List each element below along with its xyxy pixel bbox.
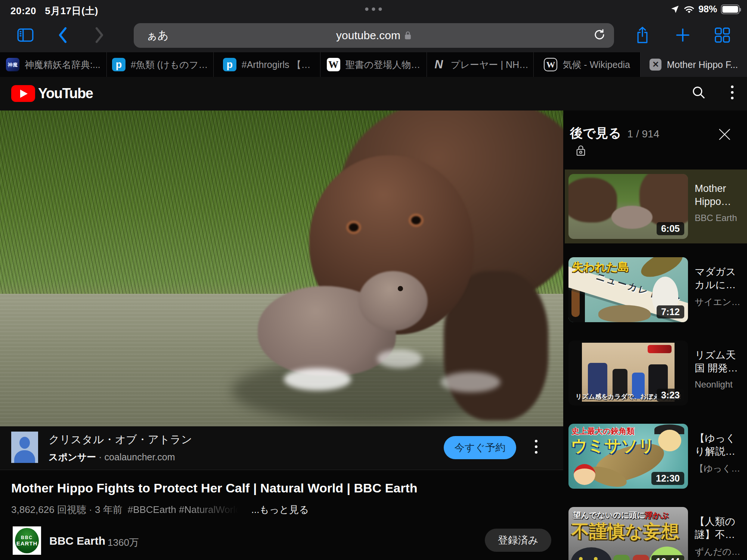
water-splash — [284, 368, 351, 391]
url-text[interactable]: youtube.com — [336, 29, 400, 42]
location-icon — [670, 4, 680, 14]
cat-figure — [571, 547, 612, 560]
tab-title: 気候 - Wikipedia — [562, 59, 630, 71]
duration-badge: 10:44 — [651, 555, 684, 560]
baby-hippo-head — [359, 271, 428, 331]
tab-title: 聖書の登場人物… — [345, 59, 421, 71]
header-menu-icon[interactable] — [731, 85, 734, 99]
hashtags[interactable]: #BBCEarth #NaturalWorld — [128, 504, 241, 516]
thumbnail-title-text: 不謹慎な妄想 — [571, 520, 679, 543]
video-player[interactable] — [0, 111, 563, 426]
url-bar[interactable]: ぁあ youtube.com — [134, 23, 614, 48]
tab-pixiv-arthrogirls[interactable]: p #Arthrogirls 【… — [214, 52, 320, 77]
close-panel-icon[interactable] — [718, 128, 731, 143]
video-thumbnail: 6:05 — [568, 174, 688, 239]
duration-badge: 3:23 — [657, 389, 684, 402]
reload-button[interactable] — [593, 28, 606, 43]
tab-strip: 神魔 神魔精妖名辞典:... p #魚類 (けものフ… p #Arthrogir… — [0, 52, 747, 77]
watch-later-item-mousou[interactable]: 望んでないのに頭に浮かぶ 不謹慎な妄想 10:44 【人類の謎】不… ずんだの… — [565, 503, 747, 560]
water-splash — [377, 349, 422, 368]
thumbnail-logo-badge — [648, 345, 672, 353]
lock-icon — [404, 31, 412, 40]
divider — [0, 470, 563, 470]
view-count-and-age: 3,862,626 回視聴 · 3 年前 — [11, 503, 123, 516]
item-title: 【ゆっくり解説… — [695, 432, 743, 458]
video-title: Mother Hippo Fights to Protect Her Calf … — [11, 481, 557, 495]
sponsor-name: クリスタル・オブ・アトラン — [49, 432, 192, 447]
subscriber-count: 1360万 — [108, 536, 139, 549]
channel-avatar[interactable]: BBC EARTH — [13, 526, 41, 555]
video-stats-row: 3,862,626 回視聴 · 3 年前 #BBCEarth #NaturalW… — [11, 503, 309, 516]
video-thumbnail: リズム感をカラダで、おぼえる特訓! 3:23 — [568, 340, 688, 405]
date: 5月17日(土) — [45, 5, 98, 16]
channel-name[interactable]: BBC Earth — [49, 535, 105, 547]
clock: 20:20 — [10, 5, 36, 16]
tab-wikipedia-bible[interactable]: W 聖書の登場人物… — [320, 52, 427, 77]
tab-mother-hippo-active[interactable]: ✕ Mother Hippo F... — [641, 52, 747, 77]
watch-later-item-mother-hippo[interactable]: 6:05 Mother Hippo… BBC Earth — [565, 169, 747, 243]
item-title: 【人類の謎】不… — [695, 515, 743, 541]
tab-pixiv-fish[interactable]: p #魚類 (けものフ… — [107, 52, 214, 77]
watch-later-item-lost-island[interactable]: ニューカレドニア 失われた島 7:12 マダガスカルに… サイエン… — [565, 253, 747, 327]
watch-later-item-sea-scorpion[interactable]: 史上最大の鋏角類 ウミサソリ 12:30 【ゆっくり解説… 【ゆっく… — [565, 419, 747, 493]
sponsor-domain: coalauncher.com — [105, 452, 175, 462]
item-channel: Neonlight — [695, 379, 743, 390]
youtube-header: YouTube — [0, 77, 747, 111]
back-button[interactable] — [52, 23, 73, 47]
duration-badge: 12:30 — [651, 472, 684, 485]
jinma-favicon: 神魔 — [6, 58, 19, 71]
status-bar: 20:20 5月17日(土) 98% — [0, 0, 747, 19]
safari-toolbar: ぁあ youtube.com — [0, 19, 747, 52]
item-channel: ずんだの… — [695, 546, 743, 558]
wikipedia-favicon: W — [327, 58, 340, 71]
book-now-button[interactable]: 今すぐ予約 — [444, 436, 516, 459]
watch-later-panel: 後で見る 1 / 914 6:05 Mother Hippo… BBC Eart… — [565, 111, 747, 560]
battery-icon — [721, 4, 740, 14]
item-title: リズム天国 開発… — [695, 349, 743, 375]
forward-button[interactable] — [89, 23, 110, 47]
tab-title: #Arthrogirls 【… — [242, 59, 311, 71]
item-channel: サイエン… — [695, 296, 743, 308]
tab-wikipedia-climate[interactable]: W 気候 - Wikipedia — [534, 52, 641, 77]
sponsor-label: スポンサー — [49, 452, 96, 462]
item-title: Mother Hippo… — [695, 182, 743, 208]
baby-hippo-eye — [398, 286, 403, 291]
new-tab-button[interactable] — [672, 23, 693, 47]
thumbnail-title-text: ウミサソリ — [571, 435, 655, 457]
watch-later-item-rhythm-heaven[interactable]: リズム感をカラダで、おぼえる特訓! 3:23 リズム天国 開発… Neonlig… — [565, 336, 747, 410]
channel-avatar-text: BBC — [21, 535, 33, 540]
status-time-date: 20:20 5月17日(土) — [10, 4, 98, 18]
screen: 20:20 5月17日(土) 98% — [0, 0, 747, 560]
tab-title: プレーヤー | NH… — [451, 59, 529, 71]
duration-badge: 6:05 — [657, 222, 684, 235]
search-icon[interactable] — [691, 85, 706, 99]
item-channel: 【ゆっく… — [695, 463, 743, 475]
subscribed-button[interactable]: 登録済み — [485, 529, 551, 552]
sponsor-avatar[interactable] — [11, 432, 38, 463]
sponsor-separator: · — [99, 452, 102, 462]
wifi-icon — [684, 5, 695, 14]
video-thumbnail: 史上最大の鋏角類 ウミサソリ 12:30 — [568, 424, 688, 489]
tab-close-button[interactable]: ✕ — [650, 59, 661, 71]
tab-title: #魚類 (けものフ… — [131, 59, 208, 71]
tabs-overview-button[interactable] — [712, 23, 733, 47]
tab-jinma-dictionary[interactable]: 神魔 神魔精妖名辞典:... — [0, 52, 107, 77]
safari-chrome: 20:20 5月17日(土) 98% — [0, 0, 747, 52]
sponsor-row[interactable]: クリスタル・オブ・アトラン スポンサー · coalauncher.com 今す… — [0, 426, 563, 470]
thumbnail-title-text: 失われた島 — [572, 259, 629, 275]
share-button[interactable] — [632, 23, 653, 47]
watch-later-header: 後で見る 1 / 914 — [565, 111, 747, 169]
show-more-button[interactable]: ...もっと見る — [251, 503, 309, 516]
sponsor-menu-icon[interactable] — [535, 440, 537, 454]
n-favicon: N — [432, 58, 446, 71]
watch-later-title: 後で見る — [570, 125, 622, 142]
sidebar-toggle-button[interactable] — [15, 23, 36, 47]
tab-nhk-player[interactable]: N プレーヤー | NH… — [427, 52, 534, 77]
channel-row: BBC EARTH BBC Earth 1360万 登録済み — [0, 523, 563, 560]
youtube-logo[interactable]: YouTube — [11, 85, 93, 102]
channel-avatar-text: EARTH — [16, 540, 38, 547]
youtube-play-icon — [11, 85, 35, 102]
multitasking-menu-dots[interactable] — [365, 7, 382, 11]
playlist-position: 1 / 914 — [627, 128, 660, 140]
pixiv-favicon: p — [112, 58, 125, 71]
